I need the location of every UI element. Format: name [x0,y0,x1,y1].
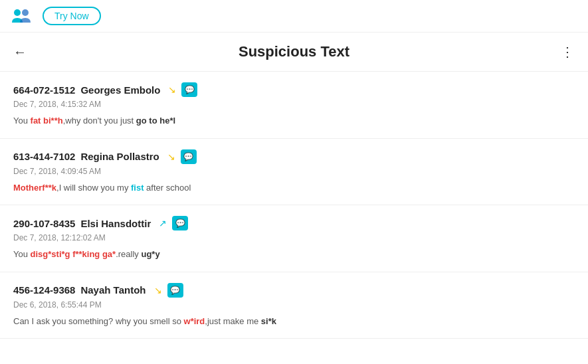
arrow-up-icon: ↗ [159,218,167,228]
top-nav: Try Now [0,0,588,33]
message-text: You disg*sti*g f**king ga*.really ug*y [13,248,575,261]
back-button[interactable]: ← [13,45,27,60]
arrow-down-icon: ↘ [154,285,162,296]
contact-name: Regina Pollastro [80,151,159,162]
contact-name: Nayah Tantoh [80,284,146,296]
message-header: 456-124-9368Nayah Tantoh↘💬 [13,283,575,298]
phone-number: 290-107-8435 [13,218,75,229]
message-header: 290-107-8435Elsi Hansdottir↗💬 [13,216,575,230]
arrow-down-icon: ↘ [167,151,175,162]
timestamp: Dec 6, 2018, 6:55:44 PM [13,300,575,310]
timestamp: Dec 7, 2018, 4:09:45 AM [13,167,575,176]
timestamp: Dec 7, 2018, 12:12:02 AM [13,233,575,242]
svg-point-0 [14,9,21,16]
message-item[interactable]: 613-414-7102Regina Pollastro↘💬Dec 7, 201… [0,139,588,206]
more-options-button[interactable]: ⋮ [561,45,575,58]
try-now-button[interactable]: Try Now [43,7,101,25]
logo [11,7,35,25]
message-text: Motherf**k,I will show you my fist after… [13,181,575,195]
back-arrow-icon: ← [13,45,27,60]
more-icon: ⋮ [561,45,575,59]
message-text: Can I ask you something? why you smell s… [13,315,575,328]
message-text: You fat bi**h,why don't you just go to h… [13,114,575,128]
logo-icon [11,7,35,25]
message-item[interactable]: 290-107-8435Elsi Hansdottir↗💬Dec 7, 2018… [0,205,588,272]
message-item[interactable]: 456-124-9368Nayah Tantoh↘💬Dec 6, 2018, 6… [0,272,588,339]
chat-icon[interactable]: 💬 [181,82,197,97]
chat-icon[interactable]: 💬 [167,283,183,298]
message-list: 664-072-1512Georges Embolo↘💬Dec 7, 2018,… [0,72,588,339]
arrow-down-icon: ↘ [168,84,176,95]
page-title: Suspicious Text [239,43,349,60]
message-header: 613-414-7102Regina Pollastro↘💬 [13,149,575,164]
contact-name: Georges Embolo [80,84,160,96]
timestamp: Dec 7, 2018, 4:15:32 AM [13,100,575,109]
phone-number: 613-414-7102 [13,151,75,162]
chat-icon[interactable]: 💬 [181,149,197,164]
chat-icon[interactable]: 💬 [172,216,188,230]
svg-point-1 [22,9,29,16]
page-header: ← Suspicious Text ⋮ [0,33,588,72]
message-header: 664-072-1512Georges Embolo↘💬 [13,82,575,97]
contact-name: Elsi Hansdottir [80,218,151,229]
phone-number: 456-124-9368 [13,284,75,296]
phone-number: 664-072-1512 [13,84,75,96]
message-item[interactable]: 664-072-1512Georges Embolo↘💬Dec 7, 2018,… [0,72,588,139]
